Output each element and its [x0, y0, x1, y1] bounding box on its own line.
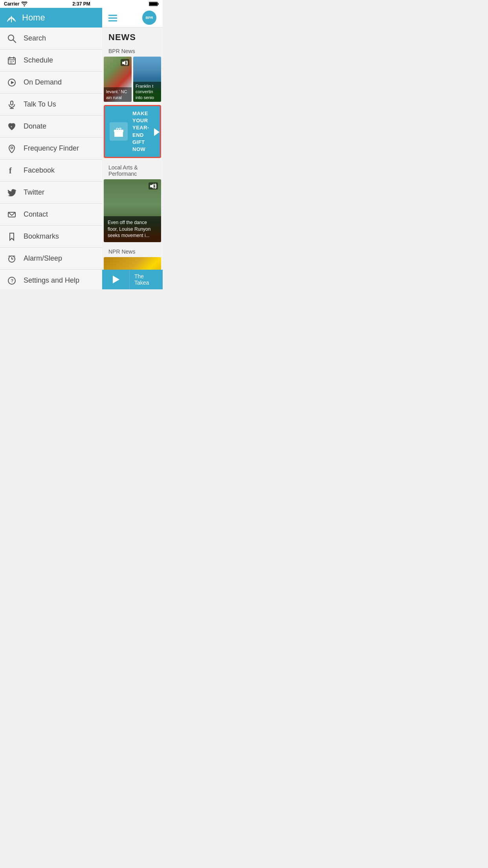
sidebar-item-label: Bookmarks — [24, 232, 59, 241]
gift-banner-arrow — [154, 127, 160, 136]
svg-marker-41 — [113, 276, 119, 283]
hamburger-icon[interactable] — [108, 13, 117, 22]
status-left: Carrier — [4, 1, 28, 7]
gift-banner-text: MAKE YOUR YEAR-END GIFT NOW — [132, 110, 149, 153]
sidebar-item-settings-help[interactable]: ? Settings and Help — [0, 270, 102, 289]
news-section[interactable]: NEWS BPR News levant.' NC ain rural — [102, 28, 163, 270]
menu-list: Search Schedu — [0, 28, 102, 289]
sidebar-item-on-demand[interactable]: On Demand — [0, 72, 102, 94]
svg-point-14 — [10, 63, 11, 63]
svg-rect-18 — [11, 101, 13, 105]
station-logo[interactable]: BPR — [142, 11, 156, 25]
svg-marker-25 — [10, 233, 14, 240]
npr-label: NPR News — [102, 245, 163, 257]
news-card-1-overlay: levant.' NC ain rural — [104, 87, 132, 102]
svg-point-4 — [11, 16, 12, 17]
alarm-icon — [6, 254, 17, 263]
sound-icon — [121, 59, 129, 66]
battery-icon — [149, 2, 159, 6]
svg-point-13 — [13, 61, 14, 62]
local-arts-label: Local Arts & Performanc — [102, 161, 163, 179]
sidebar-item-label: Donate — [24, 122, 46, 131]
svg-point-22 — [11, 147, 13, 149]
sidebar-item-label: Settings and Help — [24, 276, 79, 285]
news-card-2[interactable]: Franklin t convertin into senio — [133, 57, 161, 102]
news-images-row: levant.' NC ain rural Franklin t convert… — [102, 57, 163, 102]
sidebar-item-schedule[interactable]: Schedule — [0, 50, 102, 72]
sidebar-item-alarm-sleep[interactable]: Alarm/Sleep — [0, 248, 102, 270]
sound-icon-article — [149, 182, 158, 189]
player-play-button[interactable] — [102, 270, 130, 289]
sidebar-item-bookmarks[interactable]: Bookmarks — [0, 226, 102, 248]
bookmark-icon — [6, 232, 17, 241]
npr-img-bg — [104, 257, 161, 270]
sidebar-item-twitter[interactable]: Twitter — [0, 182, 102, 204]
location-icon — [6, 144, 17, 153]
twitter-icon — [6, 188, 17, 197]
help-icon: ? — [6, 276, 17, 285]
news-card-1[interactable]: levant.' NC ain rural — [104, 57, 132, 102]
sidebar-item-label: Frequency Finder — [24, 144, 79, 153]
sidebar-item-label: On Demand — [24, 78, 62, 86]
sidebar-home-label: Home — [22, 13, 45, 23]
main-panel: BPR NEWS BPR News — [102, 8, 163, 289]
schedule-icon — [6, 56, 17, 65]
svg-point-38 — [117, 132, 120, 135]
sidebar-item-facebook[interactable]: f Facebook — [0, 160, 102, 182]
player-now-playing: The Takea — [130, 273, 163, 286]
svg-point-15 — [11, 63, 12, 63]
wifi-icon — [21, 2, 28, 6]
svg-point-11 — [10, 61, 11, 62]
svg-rect-1 — [158, 3, 159, 5]
svg-text:?: ? — [11, 278, 14, 283]
news-header: NEWS — [102, 28, 163, 46]
sidebar-item-donate[interactable]: + Donate — [0, 116, 102, 138]
article-card-overlay: Even off the dance floor, Louise Runyon … — [104, 216, 161, 242]
status-bar: Carrier 2:37 PM — [0, 0, 163, 8]
svg-marker-34 — [122, 61, 125, 65]
broadcast-icon — [6, 13, 17, 23]
svg-marker-40 — [150, 184, 154, 189]
svg-text:+: + — [11, 125, 12, 128]
sidebar-item-label: Facebook — [24, 166, 55, 175]
main-topbar: BPR — [102, 8, 163, 28]
status-right — [149, 2, 159, 6]
sidebar-item-frequency-finder[interactable]: Frequency Finder — [0, 138, 102, 160]
sidebar-item-label: Twitter — [24, 188, 44, 197]
app-container: Home Search — [0, 8, 163, 289]
mail-icon — [6, 210, 17, 219]
svg-line-6 — [13, 40, 16, 43]
gift-banner[interactable]: MAKE YOUR YEAR-END GIFT NOW — [104, 105, 161, 158]
news-title: NEWS — [108, 32, 156, 42]
sidebar-item-talk-to-us[interactable]: Talk To Us — [0, 94, 102, 116]
svg-rect-2 — [149, 2, 157, 6]
status-time: 2:37 PM — [72, 1, 90, 7]
sidebar-item-label: Contact — [24, 210, 48, 219]
npr-img-card[interactable] — [104, 257, 161, 270]
bpr-label: BPR News — [102, 46, 163, 57]
local-arts-article[interactable]: Even off the dance floor, Louise Runyon … — [104, 179, 161, 242]
svg-marker-39 — [154, 128, 160, 136]
gift-icon — [110, 122, 128, 141]
sidebar-item-label: Alarm/Sleep — [24, 254, 62, 263]
svg-marker-17 — [11, 81, 14, 84]
player-bar: The Takea — [102, 270, 163, 289]
play-circle-icon — [6, 78, 17, 87]
svg-text:f: f — [9, 166, 12, 175]
sidebar-item-label: Talk To Us — [24, 100, 56, 108]
news-card-2-overlay: Franklin t convertin into senio — [133, 82, 161, 102]
sidebar-header[interactable]: Home — [0, 8, 102, 28]
sidebar-item-label: Search — [24, 34, 46, 42]
sidebar: Home Search — [0, 8, 102, 289]
search-icon — [6, 34, 17, 43]
sidebar-item-contact[interactable]: Contact — [0, 204, 102, 226]
microphone-icon — [6, 100, 17, 109]
svg-point-12 — [11, 61, 12, 62]
facebook-icon: f — [6, 166, 17, 175]
sidebar-item-label: Schedule — [24, 56, 53, 64]
sidebar-item-search[interactable]: Search — [0, 28, 102, 50]
carrier-label: Carrier — [4, 1, 19, 7]
heart-icon: + — [6, 122, 17, 131]
